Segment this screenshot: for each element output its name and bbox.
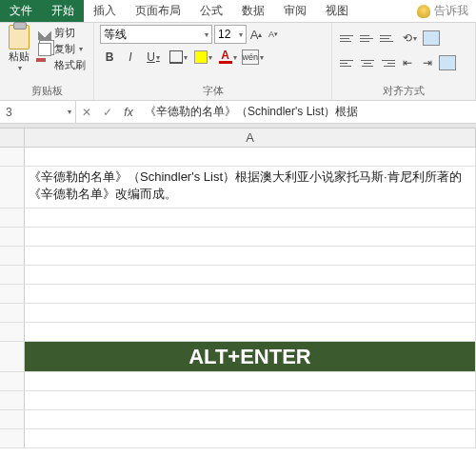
row-header[interactable] <box>0 208 25 227</box>
align-left-button[interactable] <box>338 53 357 72</box>
cell[interactable] <box>25 148 476 166</box>
format-painter-button[interactable]: 格式刷 <box>36 57 88 73</box>
confirm-edit-button[interactable]: ✓ <box>97 106 118 119</box>
tab-page-layout[interactable]: 页面布局 <box>126 0 190 22</box>
merge-button[interactable] <box>438 53 457 72</box>
group-alignment: ⟲▾ ⇤ ⇥ 对齐方式 <box>332 23 476 100</box>
cell[interactable] <box>25 208 476 227</box>
worksheet: A 《辛德勒的名单》（Schindler's List）根据澳大利亚小说家托马斯… <box>0 129 476 448</box>
row-header[interactable] <box>0 429 25 447</box>
fill-color-button[interactable]: ▾ <box>191 48 214 67</box>
font-color-button[interactable]: A▾ <box>216 48 239 67</box>
align-middle-icon <box>360 31 375 45</box>
select-all-corner[interactable] <box>0 129 25 147</box>
cancel-edit-button[interactable]: ✕ <box>76 106 97 119</box>
align-bottom-button[interactable] <box>378 29 397 48</box>
row-header[interactable] <box>0 228 25 246</box>
border-button[interactable]: ▾ <box>167 48 189 67</box>
row <box>0 247 476 266</box>
wen-icon: wén <box>242 50 259 65</box>
row <box>0 285 476 304</box>
tab-insert[interactable]: 插入 <box>84 0 126 22</box>
row-header[interactable] <box>0 304 25 322</box>
menu-tabs: 文件 开始 插入 页面布局 公式 数据 审阅 视图 告诉我 <box>0 0 476 23</box>
cell[interactable] <box>25 285 476 303</box>
row <box>0 372 476 391</box>
row-header[interactable] <box>0 266 25 284</box>
cell[interactable] <box>25 391 476 409</box>
border-icon <box>169 50 183 64</box>
wrap-text-button[interactable] <box>422 29 441 48</box>
insert-function-button[interactable]: fx <box>118 106 139 119</box>
tab-data[interactable]: 数据 <box>232 0 274 22</box>
align-bottom-icon <box>380 31 395 45</box>
ribbon: 粘贴 ▾ 剪切 复制▾ 格式刷 剪贴板 等线▾ 12▾ A▴ A▾ B I U▾ <box>0 23 476 101</box>
cut-button[interactable]: 剪切 <box>36 25 88 41</box>
row <box>0 208 476 228</box>
paste-button[interactable]: 粘贴 ▾ <box>6 25 32 72</box>
cell[interactable] <box>25 429 476 447</box>
increase-font-button[interactable]: A▴ <box>248 26 264 43</box>
align-top-button[interactable] <box>338 29 357 48</box>
phonetic-button[interactable]: wén▾ <box>241 48 264 67</box>
tab-view[interactable]: 视图 <box>316 0 358 22</box>
copy-button[interactable]: 复制▾ <box>36 41 88 57</box>
row: 《辛德勒的名单》（Schindler's List）根据澳大利亚小说家托马斯·肯… <box>0 167 476 208</box>
row-header[interactable] <box>0 372 25 390</box>
cell[interactable] <box>25 228 476 246</box>
cell[interactable] <box>25 410 476 428</box>
align-right-button[interactable] <box>378 53 397 72</box>
increase-indent-button[interactable]: ⇥ <box>418 53 437 72</box>
tab-file[interactable]: 文件 <box>0 0 42 22</box>
font-size-select[interactable]: 12▾ <box>214 25 247 44</box>
bold-button[interactable]: B <box>100 48 119 67</box>
row <box>0 429 476 448</box>
formula-input[interactable]: 《辛德勒的名单》（Schindler's List）根据 <box>139 101 476 123</box>
row <box>0 323 476 342</box>
cell[interactable] <box>25 304 476 322</box>
align-top-icon <box>340 31 355 45</box>
cell-content[interactable]: 《辛德勒的名单》（Schindler's List）根据澳大利亚小说家托马斯·肯… <box>25 167 476 208</box>
row: ALT+ENTER <box>0 342 476 372</box>
row-header[interactable] <box>0 247 25 265</box>
font-name-select[interactable]: 等线▾ <box>100 25 212 44</box>
align-center-button[interactable] <box>358 53 377 72</box>
align-center-icon <box>360 56 375 69</box>
align-middle-button[interactable] <box>358 29 377 48</box>
row <box>0 391 476 410</box>
brush-icon <box>38 59 51 72</box>
tell-me-label: 告诉我 <box>434 3 468 19</box>
orientation-button[interactable]: ⟲▾ <box>398 29 421 48</box>
tab-home[interactable]: 开始 <box>42 0 84 22</box>
cell[interactable] <box>25 266 476 284</box>
row-header[interactable] <box>0 167 25 208</box>
tab-formulas[interactable]: 公式 <box>190 0 232 22</box>
cell[interactable] <box>25 247 476 265</box>
underline-button[interactable]: U▾ <box>142 48 165 67</box>
paste-label: 粘贴 <box>9 50 30 64</box>
row-header[interactable] <box>0 410 25 428</box>
row-header[interactable] <box>0 323 25 341</box>
align-right-icon <box>380 56 395 69</box>
row-header[interactable] <box>0 391 25 409</box>
decrease-indent-button[interactable]: ⇤ <box>398 53 417 72</box>
italic-button[interactable]: I <box>121 48 140 67</box>
decrease-font-button[interactable]: A▾ <box>266 26 281 43</box>
row-header[interactable] <box>0 148 25 166</box>
row-header[interactable] <box>0 285 25 303</box>
scissors-icon <box>38 27 51 40</box>
banner-cell[interactable]: ALT+ENTER <box>25 342 476 371</box>
cell[interactable] <box>25 323 476 341</box>
merge-icon <box>439 55 456 70</box>
chevron-down-icon: ▾ <box>18 64 22 72</box>
column-header-a[interactable]: A <box>25 129 476 147</box>
group-clipboard: 粘贴 ▾ 剪切 复制▾ 格式刷 剪贴板 <box>0 23 94 100</box>
row <box>0 228 476 247</box>
tell-me[interactable]: 告诉我 <box>409 0 476 22</box>
row-header[interactable] <box>0 342 25 371</box>
tab-review[interactable]: 审阅 <box>274 0 316 22</box>
row <box>0 410 476 429</box>
name-box[interactable]: 3▾ <box>0 101 76 123</box>
bulb-icon <box>417 5 430 18</box>
cell[interactable] <box>25 372 476 390</box>
